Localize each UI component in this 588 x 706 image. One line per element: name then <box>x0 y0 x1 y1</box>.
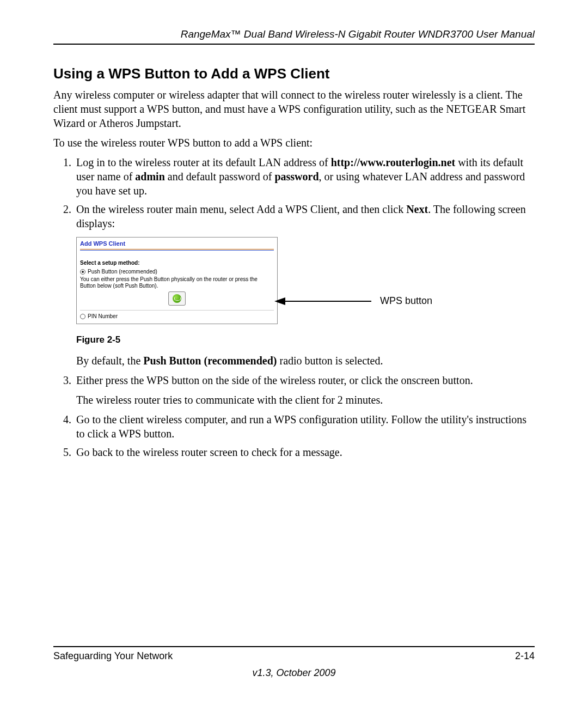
step-2: On the wireless router main menu, select… <box>74 202 535 368</box>
push-button-desc: You can either press the Push Button phy… <box>80 276 274 289</box>
step-3-sub: The wireless router tries to communicate… <box>76 393 535 407</box>
step-2-sub-bold: Push Button (recommended) <box>143 355 277 367</box>
callout-arrow-icon <box>274 297 372 305</box>
page-footer: Safeguarding Your Network 2-14 v1.3, Oct… <box>53 646 535 679</box>
figure-caption: Figure 2-5 <box>76 334 535 346</box>
step-1-admin: admin <box>135 171 164 182</box>
wps-soft-button[interactable] <box>168 291 186 306</box>
step-2-next: Next <box>406 203 428 215</box>
step-3-text: Either press the WPS button on the side … <box>76 374 473 386</box>
radio-push-button[interactable]: Push Button (recommended) <box>80 268 274 275</box>
radio-selected-icon <box>80 269 85 275</box>
callout: WPS button <box>274 295 432 307</box>
divider <box>80 249 274 249</box>
step-2-sub-a: By default, the <box>76 355 143 367</box>
page-header: RangeMax™ Dual Band Wireless-N Gigabit R… <box>53 28 535 45</box>
step-2-sub-b: radio button is selected. <box>277 355 383 367</box>
step-5: Go back to the wireless router screen to… <box>74 445 535 459</box>
radio-pin-label: PIN Number <box>88 313 118 320</box>
radio-unselected-icon <box>80 314 85 319</box>
step-1-text-a: Log in to the wireless router at its def… <box>76 156 331 168</box>
callout-label: WPS button <box>380 295 432 307</box>
section-heading: Using a WPS Button to Add a WPS Client <box>53 65 535 82</box>
section-intro: Any wireless computer or wireless adapte… <box>53 88 535 130</box>
step-1-password: password <box>274 171 318 182</box>
footer-rule <box>53 646 535 647</box>
step-2-text-a: On the wireless router main menu, select… <box>76 203 406 215</box>
footer-chapter: Safeguarding Your Network <box>53 650 173 662</box>
footer-page-number: 2-14 <box>515 650 535 662</box>
step-1: Log in to the wireless router at its def… <box>74 155 535 198</box>
wps-icon <box>173 294 181 303</box>
dialog-title: Add WPS Client <box>80 239 274 249</box>
procedure-list: Log in to the wireless router at its def… <box>53 155 535 459</box>
select-method-label: Select a setup method: <box>80 259 274 266</box>
add-wps-client-dialog: Add WPS Client Select a setup method: Pu… <box>76 237 278 324</box>
divider <box>80 250 274 251</box>
footer-version: v1.3, October 2009 <box>53 667 535 679</box>
step-1-text-c: and default password of <box>165 171 275 182</box>
radio-pin-number[interactable]: PIN Number <box>80 313 274 320</box>
step-3: Either press the WPS button on the side … <box>74 373 535 407</box>
radio-push-label: Push Button (recommended) <box>88 268 157 275</box>
svg-marker-1 <box>274 297 285 305</box>
step-1-url: http://www.routerlogin.net <box>331 156 456 168</box>
step-2-sub: By default, the Push Button (recommended… <box>76 354 535 368</box>
step-4: Go to the client wireless computer, and … <box>74 412 535 441</box>
figure-wrap: Add WPS Client Select a setup method: Pu… <box>76 237 535 324</box>
section-leadin: To use the wireless router WPS button to… <box>53 136 535 150</box>
